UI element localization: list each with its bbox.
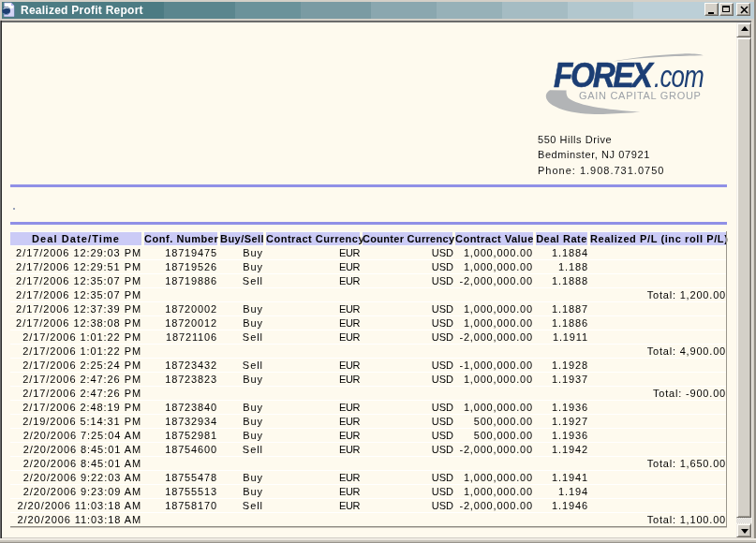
svg-text:GAIN CAPITAL GROUP: GAIN CAPITAL GROUP xyxy=(579,90,702,101)
svg-text:.com: .com xyxy=(654,59,704,94)
svg-text:FOREX: FOREX xyxy=(554,56,655,95)
